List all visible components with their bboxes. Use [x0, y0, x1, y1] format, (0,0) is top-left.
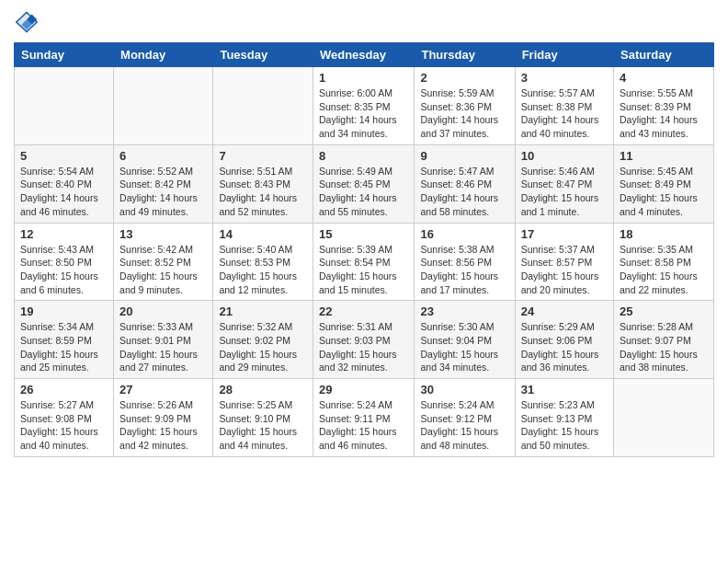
day-number: 14 — [219, 227, 307, 241]
day-number: 23 — [420, 304, 508, 318]
calendar-cell — [614, 379, 714, 457]
day-info: Sunrise: 5:33 AM Sunset: 9:01 PM Dayligh… — [119, 320, 207, 374]
day-number: 21 — [219, 304, 307, 318]
day-number: 18 — [620, 227, 708, 241]
weekday-header-monday: Monday — [114, 43, 213, 67]
header — [14, 9, 714, 35]
day-number: 1 — [319, 71, 409, 85]
day-number: 15 — [319, 227, 409, 241]
day-number: 10 — [521, 149, 608, 163]
calendar-cell: 8Sunrise: 5:49 AM Sunset: 8:45 PM Daylig… — [313, 144, 415, 223]
day-number: 12 — [20, 227, 108, 241]
calendar-cell: 21Sunrise: 5:32 AM Sunset: 9:02 PM Dayli… — [213, 301, 313, 379]
calendar-cell: 4Sunrise: 5:55 AM Sunset: 8:39 PM Daylig… — [614, 67, 714, 145]
calendar-cell: 3Sunrise: 5:57 AM Sunset: 8:38 PM Daylig… — [515, 67, 613, 145]
day-info: Sunrise: 5:24 AM Sunset: 9:12 PM Dayligh… — [420, 398, 508, 453]
calendar-cell: 28Sunrise: 5:25 AM Sunset: 9:10 PM Dayli… — [213, 379, 313, 457]
calendar-cell — [213, 67, 313, 145]
calendar-cell: 6Sunrise: 5:52 AM Sunset: 8:42 PM Daylig… — [114, 144, 213, 223]
day-number: 5 — [20, 149, 108, 163]
day-info: Sunrise: 5:27 AM Sunset: 9:08 PM Dayligh… — [20, 398, 108, 453]
day-info: Sunrise: 5:31 AM Sunset: 9:03 PM Dayligh… — [319, 320, 409, 374]
calendar-cell: 17Sunrise: 5:37 AM Sunset: 8:57 PM Dayli… — [515, 223, 613, 301]
calendar-cell: 19Sunrise: 5:34 AM Sunset: 8:59 PM Dayli… — [15, 301, 114, 379]
calendar-cell: 7Sunrise: 5:51 AM Sunset: 8:43 PM Daylig… — [213, 144, 313, 223]
day-info: Sunrise: 5:25 AM Sunset: 9:10 PM Dayligh… — [219, 398, 307, 453]
day-info: Sunrise: 5:35 AM Sunset: 8:58 PM Dayligh… — [620, 243, 708, 297]
day-info: Sunrise: 5:37 AM Sunset: 8:57 PM Dayligh… — [521, 243, 608, 297]
day-number: 19 — [20, 304, 108, 318]
day-info: Sunrise: 5:39 AM Sunset: 8:54 PM Dayligh… — [319, 243, 409, 297]
weekday-header-thursday: Thursday — [415, 43, 515, 67]
day-number: 27 — [119, 383, 207, 396]
calendar-cell: 9Sunrise: 5:47 AM Sunset: 8:46 PM Daylig… — [415, 144, 515, 223]
day-number: 8 — [319, 149, 409, 163]
day-number: 13 — [119, 227, 207, 241]
day-info: Sunrise: 5:51 AM Sunset: 8:43 PM Dayligh… — [219, 165, 307, 219]
day-info: Sunrise: 5:43 AM Sunset: 8:50 PM Dayligh… — [20, 243, 108, 297]
day-number: 24 — [521, 304, 608, 318]
day-info: Sunrise: 5:38 AM Sunset: 8:56 PM Dayligh… — [420, 243, 508, 297]
day-info: Sunrise: 5:40 AM Sunset: 8:53 PM Dayligh… — [219, 243, 307, 297]
day-number: 4 — [620, 71, 708, 85]
day-number: 26 — [20, 383, 108, 396]
weekday-header-row: SundayMondayTuesdayWednesdayThursdayFrid… — [15, 43, 714, 67]
day-number: 20 — [119, 304, 207, 318]
day-number: 3 — [521, 71, 608, 85]
calendar-cell: 27Sunrise: 5:26 AM Sunset: 9:09 PM Dayli… — [114, 379, 213, 457]
calendar-cell: 13Sunrise: 5:42 AM Sunset: 8:52 PM Dayli… — [114, 223, 213, 301]
calendar-cell: 31Sunrise: 5:23 AM Sunset: 9:13 PM Dayli… — [515, 379, 613, 457]
calendar-cell: 29Sunrise: 5:24 AM Sunset: 9:11 PM Dayli… — [313, 379, 415, 457]
weekday-header-tuesday: Tuesday — [213, 43, 313, 67]
day-info: Sunrise: 5:57 AM Sunset: 8:38 PM Dayligh… — [521, 86, 608, 141]
day-number: 7 — [219, 149, 307, 163]
calendar-cell: 22Sunrise: 5:31 AM Sunset: 9:03 PM Dayli… — [313, 301, 415, 379]
calendar-cell: 24Sunrise: 5:29 AM Sunset: 9:06 PM Dayli… — [515, 301, 613, 379]
logo-icon — [14, 9, 40, 35]
day-number: 2 — [420, 71, 508, 85]
day-number: 16 — [420, 227, 508, 241]
day-info: Sunrise: 5:55 AM Sunset: 8:39 PM Dayligh… — [620, 86, 708, 141]
day-info: Sunrise: 5:46 AM Sunset: 8:47 PM Dayligh… — [521, 165, 608, 219]
calendar-cell: 26Sunrise: 5:27 AM Sunset: 9:08 PM Dayli… — [15, 379, 114, 457]
weekday-header-friday: Friday — [515, 43, 613, 67]
calendar-cell: 30Sunrise: 5:24 AM Sunset: 9:12 PM Dayli… — [415, 379, 515, 457]
day-number: 31 — [521, 383, 608, 396]
day-number: 30 — [420, 383, 508, 396]
weekday-header-sunday: Sunday — [15, 43, 114, 67]
day-info: Sunrise: 5:45 AM Sunset: 8:49 PM Dayligh… — [620, 165, 708, 219]
day-number: 22 — [319, 304, 409, 318]
calendar-cell: 16Sunrise: 5:38 AM Sunset: 8:56 PM Dayli… — [415, 223, 515, 301]
calendar-cell: 20Sunrise: 5:33 AM Sunset: 9:01 PM Dayli… — [114, 301, 213, 379]
day-info: Sunrise: 5:32 AM Sunset: 9:02 PM Dayligh… — [219, 320, 307, 374]
calendar-cell — [15, 67, 114, 145]
day-info: Sunrise: 5:30 AM Sunset: 9:04 PM Dayligh… — [420, 320, 508, 374]
day-info: Sunrise: 5:54 AM Sunset: 8:40 PM Dayligh… — [20, 165, 108, 219]
day-info: Sunrise: 5:47 AM Sunset: 8:46 PM Dayligh… — [420, 165, 508, 219]
weekday-header-saturday: Saturday — [614, 43, 714, 67]
week-row-3: 12Sunrise: 5:43 AM Sunset: 8:50 PM Dayli… — [15, 223, 714, 301]
day-number: 11 — [620, 149, 708, 163]
day-number: 17 — [521, 227, 608, 241]
day-info: Sunrise: 5:59 AM Sunset: 8:36 PM Dayligh… — [420, 86, 508, 141]
day-info: Sunrise: 5:28 AM Sunset: 9:07 PM Dayligh… — [620, 320, 708, 374]
day-info: Sunrise: 5:24 AM Sunset: 9:11 PM Dayligh… — [319, 398, 409, 453]
day-number: 9 — [420, 149, 508, 163]
day-number: 25 — [620, 304, 708, 318]
calendar-cell: 12Sunrise: 5:43 AM Sunset: 8:50 PM Dayli… — [15, 223, 114, 301]
calendar-cell: 14Sunrise: 5:40 AM Sunset: 8:53 PM Dayli… — [213, 223, 313, 301]
week-row-2: 5Sunrise: 5:54 AM Sunset: 8:40 PM Daylig… — [15, 144, 714, 223]
calendar-cell: 15Sunrise: 5:39 AM Sunset: 8:54 PM Dayli… — [313, 223, 415, 301]
day-number: 28 — [219, 383, 307, 396]
week-row-1: 1Sunrise: 6:00 AM Sunset: 8:35 PM Daylig… — [15, 67, 714, 145]
week-row-4: 19Sunrise: 5:34 AM Sunset: 8:59 PM Dayli… — [15, 301, 714, 379]
calendar-cell: 10Sunrise: 5:46 AM Sunset: 8:47 PM Dayli… — [515, 144, 613, 223]
day-number: 29 — [319, 383, 409, 396]
week-row-5: 26Sunrise: 5:27 AM Sunset: 9:08 PM Dayli… — [15, 379, 714, 457]
day-info: Sunrise: 5:34 AM Sunset: 8:59 PM Dayligh… — [20, 320, 108, 374]
calendar-cell: 2Sunrise: 5:59 AM Sunset: 8:36 PM Daylig… — [415, 67, 515, 145]
calendar-cell: 1Sunrise: 6:00 AM Sunset: 8:35 PM Daylig… — [313, 67, 415, 145]
calendar-cell — [114, 67, 213, 145]
day-info: Sunrise: 5:42 AM Sunset: 8:52 PM Dayligh… — [119, 243, 207, 297]
calendar-table: SundayMondayTuesdayWednesdayThursdayFrid… — [14, 42, 714, 457]
